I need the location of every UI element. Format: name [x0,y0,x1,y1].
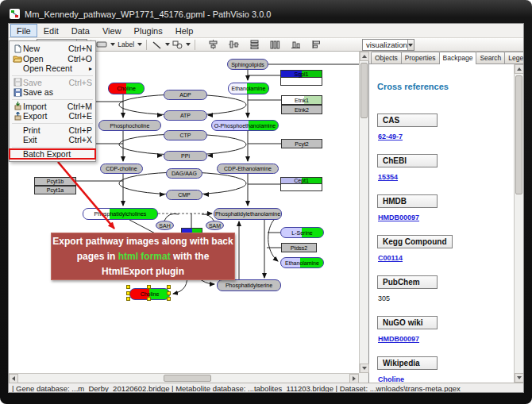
xref-value-wikipedia[interactable]: Choline [378,375,404,383]
node-pcyt1b[interactable]: Pcyt1b [34,177,76,186]
label-tool-button[interactable]: Label [116,39,136,51]
gene-datanode-icon[interactable] [94,39,109,51]
scroll-right-button[interactable] [349,374,359,383]
selection-handle[interactable] [147,297,151,301]
gene-dropdown-arrow[interactable] [109,39,116,51]
scroll-down-button[interactable] [515,373,524,383]
tab-objects[interactable]: Objects [371,52,402,63]
node-atp[interactable]: ATP [164,110,207,121]
node-ethanolamine-2[interactable]: Ethanolamine [280,257,324,268]
node-dag-aag[interactable]: DAG/AAG [166,168,202,179]
distribute-horizontal-icon[interactable] [268,39,282,51]
side-panel: ObjectsPropertiesBackpageSearchLegend Cr… [369,52,523,383]
save-icon [12,78,23,87]
node-sgpl1[interactable]: Sgpl1 [280,70,322,86]
xref-source-wikipedia: Wikipedia [377,356,438,370]
node-cmp[interactable]: CMP [166,190,202,200]
file-menu-item-new[interactable]: NewCtrl+N [10,44,95,54]
node-l-serine[interactable]: L-Serine [280,227,324,238]
xref-value-hmdb[interactable]: HMDB00097 [378,214,419,221]
xref-value-nugo-wiki[interactable]: HMDB00097 [378,335,419,343]
canvas-vertical-scrollbar[interactable] [359,52,368,373]
shape-dropdown-arrow[interactable] [184,39,191,51]
node-ethanolamine-top[interactable]: Ethanolamine [228,83,269,94]
menu-separator [12,147,93,148]
selection-handle[interactable] [126,285,130,289]
scroll-up-button[interactable] [515,64,524,74]
menu-edit[interactable]: Edit [37,24,65,37]
node-sphingolipids[interactable]: Sphingolipids [227,59,268,70]
canvas-horizontal-scrollbar[interactable] [9,373,359,383]
node-phosphocholine[interactable]: Phosphocholine [98,120,161,131]
node-adp[interactable]: ADP [164,90,207,100]
node-o-phosphoethanolamine[interactable]: O-Phosphoethanolamine [211,120,279,131]
tab-search[interactable]: Search [476,52,505,63]
menu-item-label: Exit [23,135,37,144]
tab-legend[interactable]: Legend [504,52,524,63]
file-menu-item-exit[interactable]: ExitCtrl+X [10,135,95,145]
line-dropdown-arrow[interactable] [164,39,171,51]
distribute-vertical-icon[interactable] [248,39,261,51]
no-icon [12,125,23,134]
file-menu-item-save[interactable]: SaveCtrl+S [10,78,95,88]
menu-data[interactable]: Data [65,24,96,37]
menu-view[interactable]: View [96,24,128,37]
file-menu-item-export[interactable]: ExportCtrl+E [10,111,95,121]
selection-handle[interactable] [126,297,130,301]
node-sah[interactable]: SAH [156,221,174,230]
xref-value-cas[interactable]: 62-49-7 [378,133,403,140]
node-pcyt1a[interactable]: Pcyt1a [34,186,76,194]
visualization-dropdown-button[interactable] [407,40,414,50]
selection-handle[interactable] [167,297,171,301]
vertical-scroll-thumb[interactable] [515,75,522,194]
file-menu-item-open[interactable]: OpenCtrl+O [10,54,95,64]
xref-value-kegg-compound[interactable]: C00114 [378,254,403,262]
node-phosphatidylethanolamine[interactable]: Phosphatidylethanolamine [214,208,282,220]
vertical-scroll-thumb[interactable] [360,63,368,118]
node-phosphatidylcholines[interactable]: Phosphatidylcholines [83,208,158,220]
menu-help[interactable]: Help [169,24,200,37]
menu-file[interactable]: File [10,24,37,37]
align-center-vertical-icon[interactable] [227,39,241,51]
file-menu-item-import[interactable]: ImportCtrl+M [10,102,95,112]
node-phosphatidylserine[interactable]: Phosphatidylserine [217,279,281,291]
align-center-horizontal-icon[interactable] [206,39,220,51]
node-cept1[interactable]: Cept1 [280,177,322,191]
horizontal-scroll-thumb[interactable] [164,375,211,382]
tab-properties[interactable]: Properties [401,52,440,63]
align-left-icon[interactable] [310,39,323,51]
node-ppi[interactable]: PPi [164,151,207,161]
node-etnk1[interactable]: Etnk1 [281,95,322,105]
node-ctp[interactable]: CTP [164,130,207,140]
titlebar[interactable]: Mm_Kennedy_pathway_WP1771_45176.gpml - P… [10,6,522,22]
xref-value-chebi[interactable]: 15354 [378,173,398,181]
scroll-up-button[interactable] [360,52,369,61]
node-cdp-choline[interactable]: CDP-choline [100,164,143,174]
file-menu-item-batch-export[interactable]: Batch Export [10,149,95,160]
menu-plugins[interactable]: Plugins [128,24,169,37]
visualization-combobox[interactable]: visualization [362,39,414,51]
file-menu-item-save-as[interactable]: Save as [10,87,95,98]
selection-handle[interactable] [126,291,130,295]
panel-vertical-scrollbar[interactable] [514,64,523,383]
line-tool-icon[interactable] [150,39,164,51]
node-etnk2[interactable]: Etnk2 [281,105,322,114]
scroll-down-button[interactable] [360,364,369,373]
label-dropdown-arrow[interactable] [136,39,143,51]
selection-handle[interactable] [147,285,151,289]
node-label: Cept1 [281,178,322,184]
selection-handle[interactable] [167,285,171,289]
node-ptdss2[interactable]: Ptdss2 [281,243,317,252]
node-cdp-ethanolamine[interactable]: CDP-Ethanolamine [217,164,279,174]
toolbar-separator [146,40,147,50]
selection-handle[interactable] [167,291,171,295]
shape-tool-icon[interactable] [171,39,184,51]
node-choline-top[interactable]: Choline [108,83,145,94]
tab-backpage[interactable]: Backpage [439,52,477,64]
scroll-left-button[interactable] [9,374,18,383]
node-pcyt2[interactable]: Pcyt2 [281,139,322,148]
file-menu-item-print[interactable]: PrintCtrl+P [10,125,95,136]
node-sam[interactable]: SAM [206,221,224,230]
file-menu-item-open-recent[interactable]: Open Recent▸ [10,63,95,74]
align-bottom-icon[interactable] [289,39,303,51]
